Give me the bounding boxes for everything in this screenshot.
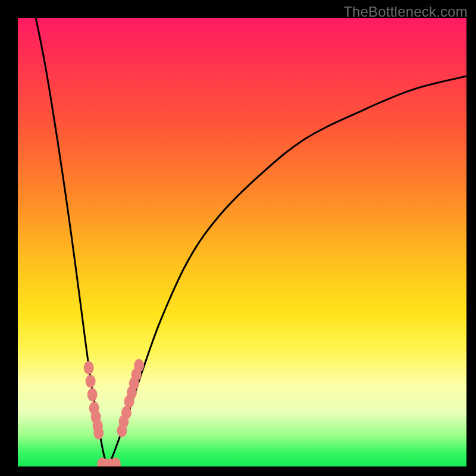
data-marker [84, 361, 94, 374]
data-marker [87, 388, 98, 401]
data-marker [121, 406, 131, 419]
curve-path [36, 18, 466, 466]
plot-area [18, 18, 466, 466]
data-marker [93, 426, 104, 439]
data-marker [86, 375, 96, 388]
chart-frame: TheBottleneck.com [0, 0, 476, 476]
watermark-text: TheBottleneck.com [343, 4, 468, 20]
bottleneck-curve [18, 18, 466, 466]
data-marker [134, 359, 144, 372]
